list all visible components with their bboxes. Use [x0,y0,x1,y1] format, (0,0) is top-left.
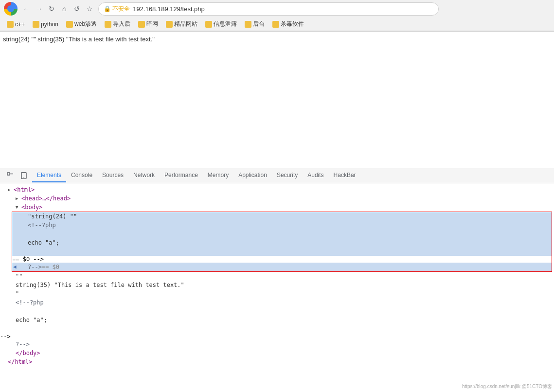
selected-element-box: "string(24) "" <!--?php echo "a"; [12,212,552,272]
tab-console[interactable]: Console [66,169,97,182]
blank-line-1 [12,230,552,238]
svg-point-3 [23,178,24,178]
bookmark-python-label: python [41,21,58,28]
star-button[interactable]: ☆ [84,3,95,15]
bookmark-web-pentest-label: web渗透 [74,20,97,28]
bookmark-backend[interactable]: 后台 [242,19,268,29]
bookmark-quality-label: 精品网站 [174,20,197,28]
devtools-select-icon[interactable] [4,168,17,183]
html-line[interactable]: ▶ <html> [0,185,554,194]
quote-line[interactable]: " [0,289,554,298]
string24-text: "string(24) "" [28,212,77,221]
tab-performance[interactable]: Performance [160,169,203,182]
head-triangle[interactable]: ▶ [16,194,21,203]
refresh-button[interactable]: ↻ [46,3,57,15]
empty-string-line[interactable]: "" [0,272,554,281]
forward-button[interactable]: → [33,3,45,15]
bookmark-folder-icon [166,21,173,28]
string24-line[interactable]: "string(24) "" [12,212,552,221]
empty-string-text: "" [16,272,22,281]
php-close-tag: ?--> [28,263,42,271]
head-tag: <head>…</head> [21,194,71,203]
echo-a-code: echo "a"; [28,238,59,247]
php-comment-open-line[interactable]: <!--?php [12,221,552,230]
tab-sources[interactable]: Sources [97,169,128,182]
tab-network[interactable]: Network [128,169,160,182]
string35-line[interactable]: string(35) "This is a test file with tes… [0,281,554,289]
browser-chrome: ← → ↻ ⌂ ↺ ☆ 🔒 不安全 192.168.189.129/test.p… [0,0,554,32]
php-comment2-open-line[interactable]: <!--?php [0,298,554,307]
bookmark-folder-icon [33,21,39,28]
php-close2-line[interactable]: ?--> [0,340,554,349]
body-triangle[interactable]: ▼ [16,203,21,212]
home-button[interactable]: ⌂ [58,3,70,15]
bookmark-cpp[interactable]: c++ [4,20,28,29]
echo-a-line[interactable]: echo "a"; [12,238,552,247]
blank-line-4 [0,324,554,333]
bookmark-folder-icon [272,21,279,28]
devtools-icon-group [2,168,32,183]
bookmark-folder-icon [245,21,251,28]
bookmark-quality[interactable]: 精品网站 [163,19,200,29]
php-comment-open: <!--?php [28,221,56,230]
bookmark-darknet-label: 暗网 [146,20,158,28]
html-tag: <html> [14,185,35,194]
address-bar[interactable]: 🔒 不安全 192.168.189.129/test.php [98,2,439,16]
tab-audits[interactable]: Audits [303,169,328,182]
bookmark-folder-icon [105,21,111,28]
body-close-tag: </body> [16,349,40,357]
echo-a2-line[interactable]: echo "a"; [0,316,554,324]
head-line[interactable]: ▶ <head>…</head> [0,194,554,203]
quote-text: " [16,289,19,298]
bookmark-web-pentest[interactable]: web渗透 [63,19,100,29]
body-close-line[interactable]: </body> [0,349,554,357]
bookmark-folder-icon [205,21,212,28]
tab-elements[interactable]: Elements [32,169,66,182]
page-output-text: string(24) "" string(35) "This is a test… [3,36,155,43]
back-button[interactable]: ← [20,3,32,15]
bookmark-folder-icon [138,21,145,28]
body-open-tag: <body> [21,203,42,212]
tab-hackbar[interactable]: HackBar [329,169,361,182]
body-open-line[interactable]: ▼ <body> [0,203,554,212]
tab-memory[interactable]: Memory [203,169,233,182]
bookmark-antivirus[interactable]: 杀毒软件 [269,19,307,29]
tab-security[interactable]: Security [272,169,303,182]
bookmark-folder-icon [7,21,14,28]
bookmark-import[interactable]: 导入后 [102,19,133,29]
page-content-area: string(24) "" string(35) "This is a test… [0,32,554,168]
svg-rect-0 [7,173,10,175]
php-close-line[interactable]: ◀ ?--> == $0 [12,263,552,271]
nav-buttons: ← → ↻ ⌂ ↺ ☆ [20,3,95,15]
collapse-triangle[interactable]: ▶ [8,185,14,194]
security-lock-icon: 🔒 不安全 [104,5,130,13]
bookmark-leak[interactable]: 信息泄露 [202,19,240,29]
html-close-tag: </html> [8,357,33,366]
bookmark-import-label: 导入后 [113,20,130,28]
tab-application[interactable]: Application [233,169,272,182]
html-close-line[interactable]: </html> [0,357,554,366]
elements-panel: ▶ <html> ▶ <head>…</head> ▼ <body> "stri… [0,183,554,368]
blank-line-3 [0,307,554,316]
reload2-button[interactable]: ↺ [71,3,83,15]
bookmarks-bar: c++ python web渗透 导入后 暗网 精品网站 信息泄露 后台 [0,18,554,31]
string35-text: string(35) "This is a test file with tes… [16,281,184,289]
line-marker: ◀ [13,263,20,271]
echo-a2-code: echo "a"; [16,316,47,324]
devtools-mobile-icon[interactable] [18,168,30,183]
php-close2-tag: ?--> [16,340,30,349]
devtools-tab-bar: Elements Console Sources Network Perform… [0,168,554,183]
browser-logo [4,2,18,16]
bookmark-antivirus-label: 杀毒软件 [281,20,304,28]
bookmark-python[interactable]: python [30,20,61,29]
address-url: 192.168.189.129/test.php [133,5,433,13]
php-comment2-open: <!--?php [16,298,44,307]
chrome-inner-circle [7,5,14,12]
bookmark-darknet[interactable]: 暗网 [135,19,161,29]
bookmark-backend-label: 后台 [253,20,265,28]
blank-line-2 [12,247,552,256]
bookmark-leak-label: 信息泄露 [214,20,237,28]
title-bar: ← → ↻ ⌂ ↺ ☆ 🔒 不安全 192.168.189.129/test.p… [0,0,554,18]
php-equals-var: == $0 [42,263,59,271]
bookmark-folder-icon [66,21,73,28]
